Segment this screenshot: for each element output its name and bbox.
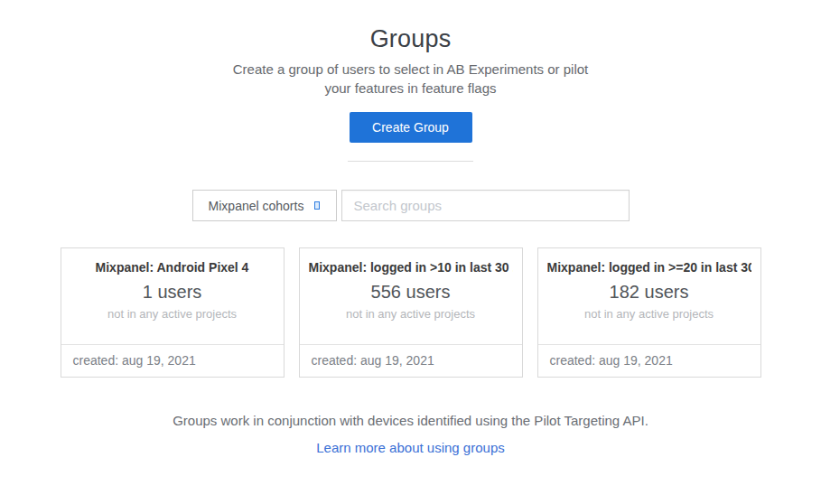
- group-card-body: Mixpanel: logged in >10 in last 30 ... 5…: [300, 248, 522, 344]
- group-projects-note: not in any active projects: [309, 307, 513, 321]
- group-card[interactable]: Mixpanel: logged in >=20 in last 30... 1…: [537, 247, 761, 378]
- group-name: Mixpanel: Android Pixel 4: [70, 260, 275, 275]
- footer-link-wrap: Learn more about using groups: [0, 440, 821, 456]
- dropdown-indicator-icon: [314, 201, 320, 210]
- learn-more-link[interactable]: Learn more about using groups: [316, 440, 504, 455]
- group-user-count: 556 users: [309, 282, 513, 303]
- group-card-body: Mixpanel: logged in >=20 in last 30... 1…: [538, 248, 760, 344]
- divider: [348, 161, 473, 162]
- group-card[interactable]: Mixpanel: Android Pixel 4 1 users not in…: [61, 247, 285, 378]
- group-name: Mixpanel: logged in >10 in last 30 ...: [309, 260, 513, 275]
- group-projects-note: not in any active projects: [70, 307, 275, 321]
- group-name: Mixpanel: logged in >=20 in last 30...: [547, 260, 751, 275]
- group-created-date: created: aug 19, 2021: [300, 344, 522, 377]
- cohort-source-dropdown[interactable]: Mixpanel cohorts: [192, 190, 337, 221]
- group-card[interactable]: Mixpanel: logged in >10 in last 30 ... 5…: [299, 247, 523, 378]
- search-groups-input[interactable]: [341, 190, 630, 221]
- footer-info-text: Groups work in conjunction with devices …: [0, 413, 821, 428]
- page-subtitle: Create a group of users to select in AB …: [232, 60, 590, 98]
- group-projects-note: not in any active projects: [547, 307, 751, 321]
- group-cards: Mixpanel: Android Pixel 4 1 users not in…: [0, 247, 821, 378]
- group-user-count: 182 users: [547, 282, 751, 303]
- group-user-count: 1 users: [70, 282, 275, 303]
- cohort-source-label: Mixpanel cohorts: [209, 199, 304, 213]
- page-title: Groups: [0, 0, 821, 54]
- group-created-date: created: aug 19, 2021: [61, 344, 284, 377]
- groups-page: Groups Create a group of users to select…: [0, 0, 821, 504]
- create-group-button[interactable]: Create Group: [350, 112, 472, 143]
- group-card-body: Mixpanel: Android Pixel 4 1 users not in…: [61, 248, 284, 344]
- group-created-date: created: aug 19, 2021: [538, 344, 760, 377]
- filter-row: Mixpanel cohorts: [0, 190, 821, 221]
